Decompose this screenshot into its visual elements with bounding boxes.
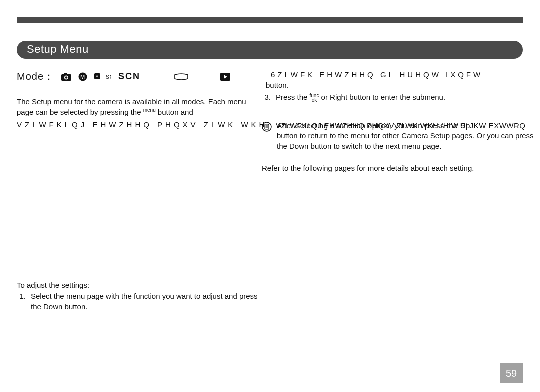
mode-row: Mode： M ASCN SCN <box>17 70 264 84</box>
svg-text:SCN: SCN <box>106 74 112 80</box>
intro-text-2: button and <box>156 108 194 116</box>
glitch-line-right-top: 6ZLWFK EHWZHHQ GL HUHQW IXQFW <box>271 70 540 80</box>
right-column: 6ZLWFK EHWZHHQ GL HUHQW IXQFW button. 3.… <box>262 70 540 174</box>
panorama-mode-icon <box>174 73 188 80</box>
page-number: 59 <box>506 368 517 379</box>
page-number-chip: 59 <box>500 363 523 383</box>
refer-paragraph: Refer to the following pages for more de… <box>262 163 540 174</box>
svg-text:M: M <box>80 74 86 80</box>
func-ok-icon: funcok <box>310 93 320 102</box>
step-1: 1. Select the menu page with the functio… <box>17 291 264 312</box>
svg-point-3 <box>66 76 68 79</box>
note-block: VZLWFKLQJ EHWZHHQ PHQXV ZLWK WKH /HIW 5L… <box>262 121 540 151</box>
step3a: Press the <box>276 93 310 101</box>
top-bar <box>17 17 523 23</box>
svg-text:A: A <box>96 74 100 79</box>
ascn-mode-icon: ASCN <box>94 73 112 80</box>
manual-mode-icon: M <box>78 72 88 81</box>
manual-page: Setup Menu Mode： M ASCN SCN <box>0 0 540 392</box>
mode-label: Mode： <box>17 70 54 84</box>
step-1-text: Select the menu page with the function y… <box>31 291 264 312</box>
step-3-text: Press the funcok or Right button to ente… <box>276 92 540 103</box>
step-1-number: 1. <box>17 291 26 312</box>
scn-mode-label: SCN <box>118 70 140 83</box>
section-heading: Setup Menu <box>17 41 523 59</box>
menu-superscript: menu <box>144 107 156 113</box>
step-3-number: 3. <box>262 92 271 103</box>
section-heading-text: Setup Menu <box>27 43 89 56</box>
content-area: Mode： M ASCN SCN <box>17 59 523 70</box>
steps-block: To adjust the settings: 1. Select the me… <box>17 280 264 312</box>
step-3: 3. Press the funcok or Right button to e… <box>262 92 540 103</box>
bottom-rule <box>17 373 500 373</box>
svg-rect-1 <box>64 73 67 75</box>
note-line1: After selecting a function option, you c… <box>277 121 470 131</box>
step3b: or Right button to enter the submenu. <box>319 93 446 101</box>
steps-title: To adjust the settings: <box>17 280 264 291</box>
intro-text-1: The Setup menu for the camera is availab… <box>17 97 246 117</box>
button-word: button. <box>266 80 540 91</box>
note-body: VZLWFKLQJ EHWZHHQ PHQXV ZLWK WKH /HIW 5L… <box>277 121 540 151</box>
note-icon <box>262 122 272 135</box>
left-column: Mode： M ASCN SCN <box>17 70 264 312</box>
intro-paragraph: The Setup menu for the camera is availab… <box>17 97 264 118</box>
auto-mode-icon <box>62 73 72 81</box>
playback-mode-icon <box>220 73 230 81</box>
glitch-line-left: VZLWFKLQJ EHWZHHQ PHQXV ZLWK WKH /HIW 5L… <box>17 120 264 130</box>
